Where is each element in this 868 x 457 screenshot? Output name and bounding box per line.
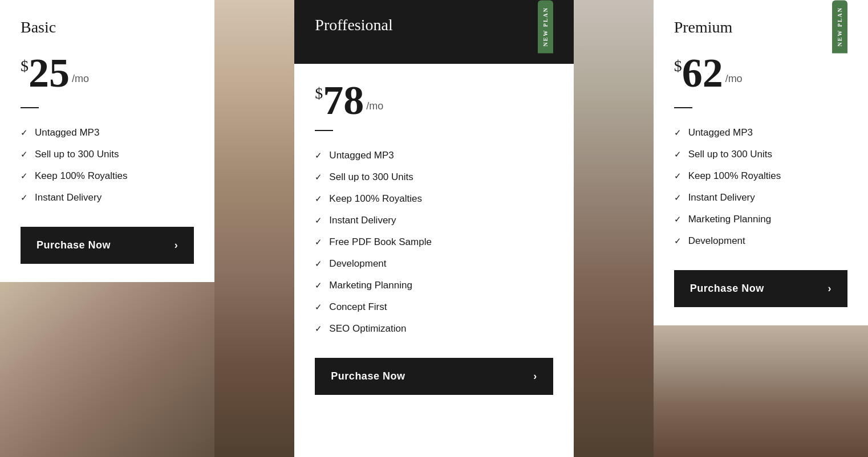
image-strip-left <box>214 0 294 457</box>
list-item: ✓ Untagged MP3 <box>315 145 553 166</box>
basic-plan-wrapper: Basic $ 25 /mo ✓ Untagged MP3 ✓ Sell up … <box>0 0 214 457</box>
basic-period: /mo <box>72 73 89 85</box>
professional-purchase-button[interactable]: Purchase Now › <box>315 358 553 395</box>
feature-label: Untagged MP3 <box>688 127 753 138</box>
professional-purchase-label: Purchase Now <box>331 370 405 382</box>
premium-plan-title: Premium <box>674 18 847 36</box>
professional-header: NEW PLAN Proffesional <box>294 0 573 64</box>
list-item: ✓ Keep 100% Royalties <box>21 165 194 187</box>
feature-label: Sell up to 300 Units <box>688 149 772 160</box>
basic-price-container: $ 25 /mo <box>21 52 194 93</box>
image-strip-right <box>574 0 654 457</box>
basic-features-list: ✓ Untagged MP3 ✓ Sell up to 300 Units ✓ … <box>21 122 194 209</box>
professional-price: 78 <box>323 80 364 121</box>
check-icon: ✓ <box>674 171 682 181</box>
premium-plan-card: NEW PLAN Premium $ 62 /mo ✓ Untagged MP3… <box>654 0 868 325</box>
feature-label: SEO Optimization <box>329 323 406 334</box>
professional-badge: NEW PLAN <box>538 0 553 53</box>
arrow-icon: › <box>175 239 179 251</box>
feature-label: Development <box>688 235 745 247</box>
professional-plan-wrapper: NEW PLAN Proffesional $ 78 /mo ✓ Untagge… <box>294 0 573 457</box>
feature-label: Free PDF Book Sample <box>329 236 432 248</box>
list-item: ✓ Development <box>674 230 847 252</box>
professional-plan-body: $ 78 /mo ✓ Untagged MP3 ✓ Sell up to 300… <box>294 64 573 457</box>
professional-price-container: $ 78 /mo <box>315 80 553 121</box>
feature-label: Concept First <box>329 301 387 313</box>
list-item: ✓ Untagged MP3 <box>674 122 847 144</box>
arrow-icon: › <box>533 370 537 382</box>
check-icon: ✓ <box>674 214 682 225</box>
premium-purchase-button[interactable]: Purchase Now › <box>674 270 847 307</box>
basic-currency: $ <box>21 57 29 75</box>
list-item: ✓ SEO Optimization <box>315 318 553 340</box>
check-icon: ✓ <box>21 193 28 203</box>
basic-purchase-label: Purchase Now <box>36 239 111 251</box>
pricing-container: Basic $ 25 /mo ✓ Untagged MP3 ✓ Sell up … <box>0 0 868 457</box>
basic-background-image <box>0 282 214 457</box>
check-icon: ✓ <box>315 302 322 312</box>
list-item: ✓ Marketing Planning <box>674 209 847 230</box>
list-item: ✓ Sell up to 300 Units <box>674 144 847 165</box>
list-item: ✓ Instant Delivery <box>315 210 553 231</box>
professional-currency: $ <box>315 84 323 103</box>
check-icon: ✓ <box>315 324 322 334</box>
professional-features-list: ✓ Untagged MP3 ✓ Sell up to 300 Units ✓ … <box>315 145 553 340</box>
feature-label: Keep 100% Royalties <box>35 170 128 182</box>
list-item: ✓ Instant Delivery <box>674 187 847 209</box>
check-icon: ✓ <box>674 149 682 160</box>
premium-price: 62 <box>682 52 723 93</box>
basic-purchase-button[interactable]: Purchase Now › <box>21 227 194 264</box>
list-item: ✓ Concept First <box>315 296 553 318</box>
premium-badge: NEW PLAN <box>832 0 847 53</box>
premium-period: /mo <box>725 73 743 85</box>
professional-plan-inner: NEW PLAN Proffesional $ 78 /mo ✓ Untagge… <box>294 0 573 457</box>
feature-label: Development <box>329 258 386 270</box>
list-item: ✓ Untagged MP3 <box>21 122 194 144</box>
list-item: ✓ Free PDF Book Sample <box>315 231 553 253</box>
feature-label: Instant Delivery <box>688 192 755 203</box>
premium-background-image <box>654 325 868 457</box>
feature-label: Marketing Planning <box>329 280 412 291</box>
list-item: ✓ Development <box>315 253 553 275</box>
list-item: ✓ Sell up to 300 Units <box>315 166 553 188</box>
check-icon: ✓ <box>315 237 322 247</box>
check-icon: ✓ <box>21 149 28 160</box>
basic-price: 25 <box>29 52 70 93</box>
list-item: ✓ Marketing Planning <box>315 275 553 296</box>
feature-label: Untagged MP3 <box>35 127 99 138</box>
premium-plan-wrapper: NEW PLAN Premium $ 62 /mo ✓ Untagged MP3… <box>654 0 868 457</box>
check-icon: ✓ <box>674 236 682 246</box>
basic-plan-title: Basic <box>21 18 194 36</box>
basic-divider <box>21 107 39 108</box>
feature-label: Instant Delivery <box>35 192 102 203</box>
basic-plan-card: Basic $ 25 /mo ✓ Untagged MP3 ✓ Sell up … <box>0 0 214 282</box>
feature-label: Marketing Planning <box>688 214 772 225</box>
list-item: ✓ Keep 100% Royalties <box>674 165 847 187</box>
premium-price-container: $ 62 /mo <box>674 52 847 93</box>
check-icon: ✓ <box>21 171 28 181</box>
check-icon: ✓ <box>315 215 322 226</box>
check-icon: ✓ <box>315 259 322 269</box>
feature-label: Sell up to 300 Units <box>329 172 413 183</box>
check-icon: ✓ <box>21 128 28 138</box>
professional-period: /mo <box>366 100 383 112</box>
list-item: ✓ Instant Delivery <box>21 187 194 209</box>
professional-divider <box>315 130 333 131</box>
professional-plan-title: Proffesional <box>315 16 553 34</box>
check-icon: ✓ <box>315 280 322 291</box>
check-icon: ✓ <box>315 194 322 204</box>
arrow-icon: › <box>828 283 832 295</box>
feature-label: Sell up to 300 Units <box>35 149 119 160</box>
feature-label: Instant Delivery <box>329 215 396 226</box>
premium-currency: $ <box>674 57 682 75</box>
list-item: ✓ Keep 100% Royalties <box>315 188 553 210</box>
check-icon: ✓ <box>674 193 682 203</box>
list-item: ✓ Sell up to 300 Units <box>21 144 194 165</box>
check-icon: ✓ <box>315 172 322 182</box>
premium-divider <box>674 107 692 108</box>
premium-purchase-label: Purchase Now <box>690 283 764 295</box>
premium-features-list: ✓ Untagged MP3 ✓ Sell up to 300 Units ✓ … <box>674 122 847 252</box>
feature-label: Untagged MP3 <box>329 150 394 161</box>
feature-label: Keep 100% Royalties <box>688 170 781 182</box>
check-icon: ✓ <box>315 150 322 161</box>
